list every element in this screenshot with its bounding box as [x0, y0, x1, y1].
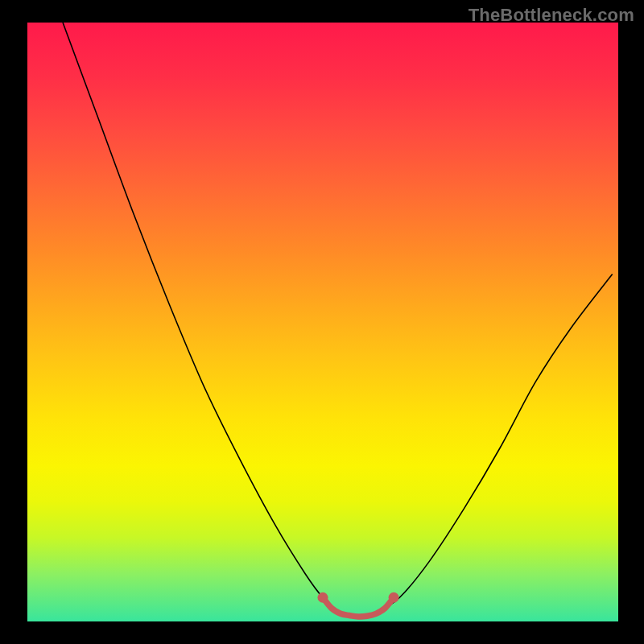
chart-frame: TheBottleneck.com: [0, 0, 644, 644]
plot-area: [27, 23, 618, 621]
chart-svg: [27, 23, 618, 621]
bottleneck-curve: [63, 23, 613, 617]
highlight-endpoint-right: [389, 592, 399, 603]
highlight-endpoint-left: [318, 592, 328, 603]
highlight-segment: [323, 597, 394, 617]
watermark-text: TheBottleneck.com: [469, 5, 634, 26]
